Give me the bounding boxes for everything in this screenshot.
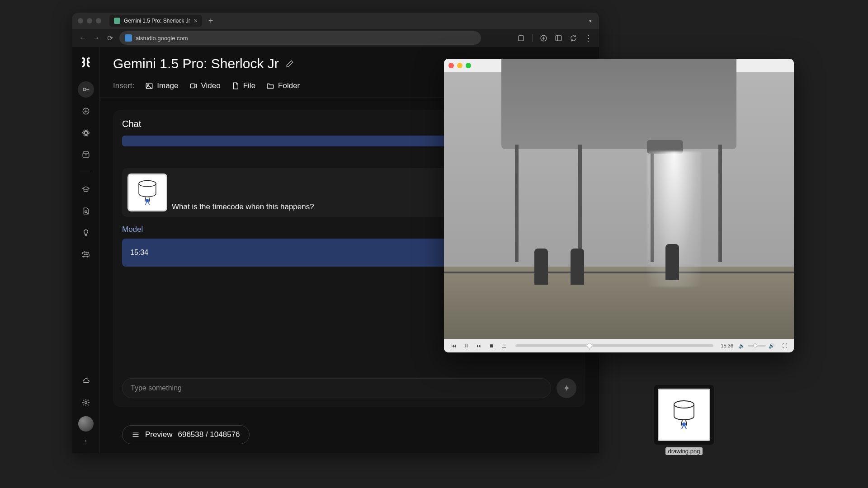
pause-icon[interactable]: ⏸ (462, 342, 470, 350)
compose-input[interactable]: Type something (122, 378, 551, 398)
volume-down-icon[interactable]: 🔈 (738, 342, 746, 350)
video-traffic-lights[interactable] (448, 63, 471, 68)
tab-close-icon[interactable]: × (194, 17, 198, 24)
extension-icon[interactable] (517, 34, 525, 42)
insert-file-button[interactable]: File (231, 81, 255, 90)
sync-icon[interactable] (570, 34, 577, 42)
panel-icon[interactable] (555, 34, 562, 42)
sidebar-education-icon[interactable] (78, 181, 94, 197)
sidebar-lightbulb-icon[interactable] (78, 225, 94, 241)
tab-bar: Gemini 1.5 Pro: Sherlock Jr × + ▾ (72, 13, 599, 29)
svg-rect-8 (83, 153, 89, 157)
app-logo (80, 56, 92, 69)
video-controls: ⏮ ⏸ ⏭ ⏹ ☰ 15:36 🔈 🔊 ⛶ (444, 339, 794, 352)
volume-up-icon[interactable]: 🔊 (768, 342, 776, 350)
file-name-label: drawing.png (665, 447, 703, 455)
sidebar: › (72, 47, 99, 453)
tab-favicon (114, 18, 120, 24)
svg-rect-16 (190, 84, 195, 88)
svg-rect-2 (556, 35, 561, 40)
rewind-icon[interactable]: ⏮ (449, 342, 458, 350)
sidebar-key-icon[interactable] (78, 81, 94, 98)
svg-point-5 (82, 131, 89, 134)
video-timecode: 15:36 (721, 343, 733, 348)
menu-icon[interactable]: ⋮ (585, 33, 593, 43)
url-input[interactable]: aistudio.google.com (119, 31, 481, 45)
sidebar-archive-icon[interactable] (78, 146, 94, 163)
tab-title: Gemini 1.5 Pro: Sherlock Jr (124, 18, 190, 24)
preview-label: Preview (145, 430, 172, 439)
address-bar: ← → ⟳ aistudio.google.com ⋮ (72, 29, 599, 47)
back-icon[interactable]: ← (79, 34, 87, 42)
svg-point-20 (682, 422, 686, 426)
user-avatar[interactable] (78, 416, 94, 432)
svg-point-18 (146, 199, 149, 202)
sidebar-discord-icon[interactable] (78, 246, 94, 263)
svg-point-10 (84, 254, 85, 255)
page-title: Gemini 1.5 Pro: Sherlock Jr (113, 56, 279, 71)
insert-label: Insert: (113, 81, 134, 90)
fullscreen-icon[interactable]: ⛶ (780, 342, 788, 350)
list-icon (132, 431, 140, 439)
sidebar-cloud-icon[interactable] (78, 373, 94, 389)
model-message-text: 15:34 (130, 249, 148, 256)
url-text: aistudio.google.com (136, 35, 188, 42)
send-button[interactable]: ✦ (557, 378, 576, 398)
insert-video-button[interactable]: Video (189, 81, 221, 90)
sidebar-expand-icon[interactable]: › (85, 437, 87, 444)
new-tab-button[interactable]: + (206, 16, 216, 26)
video-frame[interactable] (444, 72, 794, 339)
sidebar-add-icon[interactable] (78, 103, 94, 119)
svg-point-19 (674, 401, 694, 408)
fast-forward-icon[interactable]: ⏭ (475, 342, 483, 350)
file-thumbnail (654, 385, 714, 445)
seek-bar[interactable] (515, 344, 713, 347)
sidebar-divider (80, 172, 92, 172)
footer: Preview 696538 / 1048576 (99, 419, 599, 453)
forward-icon[interactable]: → (92, 34, 100, 42)
volume-bar[interactable] (748, 345, 766, 347)
sidebar-settings-icon[interactable] (78, 394, 94, 411)
svg-point-3 (83, 88, 86, 91)
sidebar-atom-icon[interactable] (78, 125, 94, 141)
svg-rect-0 (519, 35, 524, 40)
google-icon[interactable] (540, 34, 547, 42)
seek-thumb[interactable] (587, 343, 592, 348)
svg-point-12 (85, 402, 87, 404)
site-icon (125, 34, 132, 42)
token-count: 696538 / 1048576 (178, 430, 240, 439)
edit-title-icon[interactable] (285, 59, 294, 68)
video-player-window: Sherlock_Jr.mp4 ⏮ ⏸ ⏭ ⏹ ☰ 15:36 🔈 🔊 ⛶ (444, 59, 794, 352)
toolbar-divider (532, 34, 533, 42)
preview-pill[interactable]: Preview 696538 / 1048576 (122, 425, 250, 444)
svg-point-11 (86, 254, 87, 255)
svg-point-17 (139, 180, 156, 187)
insert-image-button[interactable]: Image (145, 81, 178, 90)
chat-title: Chat (122, 119, 141, 129)
window-traffic-lights[interactable] (78, 18, 101, 23)
sidebar-doc-search-icon[interactable] (78, 203, 94, 219)
insert-folder-button[interactable]: Folder (266, 81, 300, 90)
browser-tab[interactable]: Gemini 1.5 Pro: Sherlock Jr × (109, 15, 202, 27)
playlist-icon[interactable]: ☰ (500, 342, 508, 350)
desktop-file[interactable]: drawing.png (651, 385, 717, 455)
tabs-dropdown-icon[interactable]: ▾ (587, 16, 594, 26)
user-message-text: What is the timecode when this happens? (172, 202, 314, 211)
reload-icon[interactable]: ⟳ (106, 34, 114, 42)
user-image-thumbnail[interactable] (127, 174, 167, 211)
stop-icon[interactable]: ⏹ (487, 342, 495, 350)
